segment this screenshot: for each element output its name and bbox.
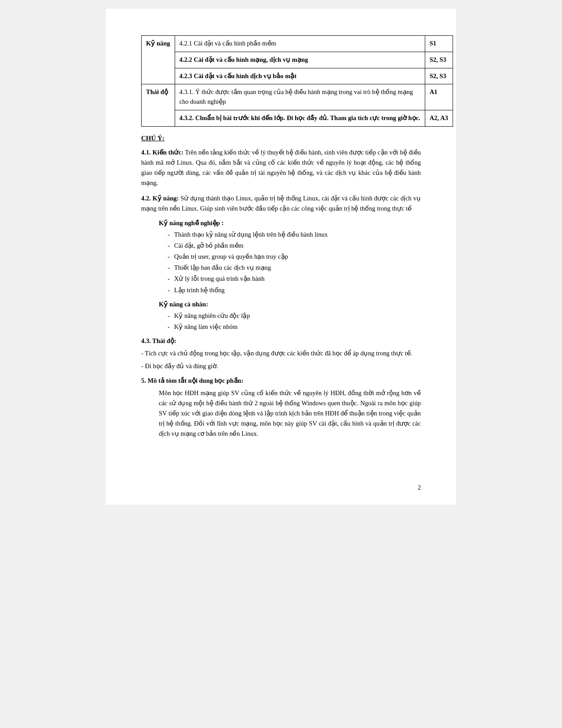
table-row: 4.3.2. Chuẩn bị bài trước khi đến lớp. Đ… [142,110,453,126]
ky-nang-ca-nhan-colon: : [206,301,208,308]
page: Kỹ năng 4.2.1 Cài đặt và cấu hình phần m… [106,9,456,505]
list-item: Thành thạo kỹ năng sử dụng lệnh trên hệ … [168,230,421,240]
skill-422: 4.2.2 Cài đặt và cấu hình mạng, dịch vụ … [175,52,425,68]
attitude-432: 4.3.2. Chuẩn bị bài trước khi đến lớp. Đ… [175,110,425,126]
section-41-bold: 4.1. Kiến thức: [141,149,184,156]
section-5-heading: 5. Mô tả tóm tắt nội dung học phần: [141,377,421,385]
attitude-list: - Tích cực và chủ động trong học tập, vậ… [141,348,421,371]
ky-nang-nghe-nghiep-heading: Kỹ năng nghề nghiệp : [159,219,421,227]
code-423: S2, S3 [425,68,453,84]
ky-nang-ca-nhan-list: Kỹ năng nghiên cứu độc lập Kỹ năng làm v… [168,311,421,332]
skill-423: 4.2.3 Cài đặt và cấu hình dịch vụ bảo mậ… [175,68,425,84]
attitude-431: 4.3.1. Ý thức được tầm quan trọng của hệ… [175,84,425,110]
section-42-bold: 4.2. Kỹ năng: [141,195,179,202]
ky-nang-ca-nhan-label: Kỹ năng cá nhân [159,301,206,308]
list-item: Kỹ năng làm việc nhóm [168,322,421,332]
list-item: Thiết lập ban đầu các dịch vụ mạng [168,263,421,273]
ky-nang-nghe-nghiep-label: Kỹ năng nghề nghiệp [159,219,220,226]
code-432: A2, A3 [425,110,453,126]
chu-y-heading: CHÚ Ý: [141,135,421,142]
table-row: Thái độ 4.3.1. Ý thức được tầm quan trọn… [142,84,453,110]
section-41: 4.1. Kiến thức: Trên nền tảng kiến thức … [141,147,421,189]
list-item: Lập trình hệ thống [168,285,421,295]
attitude-item-2: - Đi học đầy đủ và đúng giờ. [141,361,421,371]
section-41-text: Trên nền tảng kiến thức về lý thuyết hệ … [141,149,421,187]
code-431: A1 [425,84,453,110]
list-item: Cài đặt, gỡ bỏ phần mềm [168,241,421,251]
skill-421: 4.2.1 Cài đặt và cấu hình phần mềm [175,36,425,52]
section-42: 4.2. Kỹ năng: Sử dụng thành thạo Linux, … [141,193,421,214]
ky-nang-nghe-nghiep-colon: : [220,219,224,226]
list-item: Xử lý lỗi trong quá trình vận hành [168,274,421,284]
ky-nang-ca-nhan-heading: Kỹ năng cá nhân: [159,301,421,308]
section-42-text: Sử dụng thành thạo Linux, quản trị hệ th… [141,195,421,212]
table-row: 4.2.3 Cài đặt và cấu hình dịch vụ bảo mậ… [142,68,453,84]
page-number: 2 [418,484,421,491]
category-thai-do: Thái độ [142,84,175,126]
attitude-item-1: - Tích cực và chủ động trong học tập, vậ… [141,348,421,358]
category-ky-nang: Kỹ năng [142,36,175,84]
list-item: Quản trị user, group và quyền hạn truy c… [168,252,421,262]
code-421: S1 [425,36,453,52]
table-row: Kỹ năng 4.2.1 Cài đặt và cấu hình phần m… [142,36,453,52]
table-row: 4.2.2 Cài đặt và cấu hình mạng, dịch vụ … [142,52,453,68]
skills-table: Kỹ năng 4.2.1 Cài đặt và cấu hình phần m… [141,35,453,127]
ky-nang-nghe-nghiep-list: Thành thạo kỹ năng sử dụng lệnh trên hệ … [168,230,421,295]
section-5-text: Môn học HĐH mạng giúp SV củng cố kiến th… [159,388,421,439]
list-item: Kỹ năng nghiên cứu độc lập [168,311,421,321]
code-422: S2, S3 [425,52,453,68]
section-43-heading: 4.3. Thái độ: [141,337,421,345]
